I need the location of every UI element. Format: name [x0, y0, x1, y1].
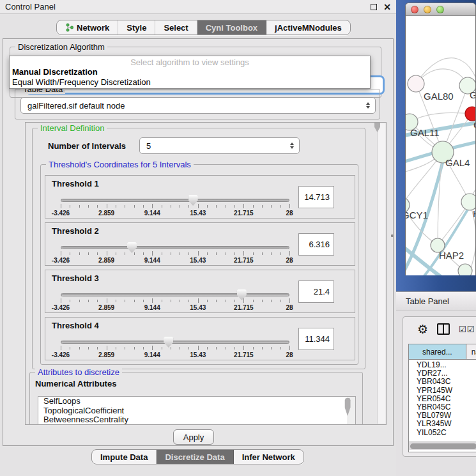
tab-jactivemnodules[interactable]: jActiveMNodules: [266, 20, 350, 35]
mac-close-icon[interactable]: [411, 6, 418, 13]
table-row[interactable]: YBR043CYBR0: [409, 377, 476, 385]
threshold-slider[interactable]: -3.4262.8599.14415.4321.71528: [61, 197, 289, 213]
threshold-3-box: Threshold 3-3.4262.8599.14415.4321.71528…: [45, 270, 355, 313]
table-horizontal-scrollbar[interactable]: [409, 441, 476, 450]
tab-impute-data[interactable]: Impute Data: [92, 450, 157, 464]
tick-label: 2.859: [98, 304, 114, 311]
cell-name: YER0: [470, 394, 476, 403]
table-row[interactable]: YDR27...YDR2: [409, 369, 476, 377]
cell-shared-name: YBL079W: [409, 411, 470, 419]
algorithm-dropdown-popup: Select algorithm to view settings Manual…: [9, 56, 371, 89]
algorithm-option-equal-width[interactable]: Equal Width/Frequency Discretization: [10, 77, 370, 88]
cell-shared-name: YDL19...: [409, 360, 470, 369]
interval-definition-group-title: Interval Definition: [38, 123, 107, 133]
numerical-attributes-list: SelfLoopsTopologicalCoefficientBetweenne…: [38, 396, 356, 425]
thresholds-coordinates-group-title: Threshold's Coordinates for 5 Intervals: [46, 160, 194, 169]
float-window-icon[interactable]: [371, 4, 377, 10]
tick-label: 2.859: [98, 257, 114, 264]
attributes-group-title: Attributes to discretize: [35, 367, 122, 377]
slider-track[interactable]: [61, 293, 289, 296]
close-icon[interactable]: ✕: [383, 4, 391, 10]
attribute-list-item[interactable]: BetweennessCentrality: [38, 415, 355, 425]
network-node-label: GAL11: [410, 127, 440, 138]
network-node[interactable]: [408, 75, 424, 92]
tab-label: Impute Data: [100, 452, 148, 462]
cell-shared-name: YER054C: [409, 394, 470, 403]
network-graph-canvas[interactable]: GAL80GACGAL11GAL4GCY1HHAP2: [406, 16, 476, 275]
network-node[interactable]: [465, 107, 476, 121]
table-row[interactable]: YPR145WYPR1: [409, 386, 476, 394]
tick-label: 2.859: [98, 210, 114, 217]
column-header-name[interactable]: na: [466, 344, 476, 359]
network-node[interactable]: [458, 264, 472, 275]
tab-discretize-data[interactable]: Discretize Data: [157, 450, 233, 464]
tick-label: 28: [286, 210, 293, 217]
slider-ticks: [61, 204, 289, 209]
split-columns-icon[interactable]: [437, 323, 450, 335]
algorithm-option-manual[interactable]: Manual Discretization: [10, 67, 370, 77]
table-row[interactable]: YIL052CYIL0: [409, 428, 476, 436]
column-header-shared-name[interactable]: shared...: [409, 344, 466, 359]
tick-label: 2.859: [98, 351, 114, 358]
threshold-value-field[interactable]: 14.713: [298, 186, 334, 208]
attribute-list-item[interactable]: TopologicalCoefficient: [38, 406, 355, 416]
checkbox-icons[interactable]: ☑☑: [459, 325, 475, 334]
table-panel: ⚙ ☑☑ shared... na YDL19...YDL1YDR27...YD…: [396, 312, 476, 476]
tab-style[interactable]: Style: [118, 20, 155, 35]
network-icon: [65, 23, 73, 32]
slider-track[interactable]: [61, 246, 289, 249]
cell-shared-name: YLR345W: [409, 419, 470, 427]
network-window-titlebar[interactable]: [406, 3, 475, 16]
settings-vertical-scrollbar[interactable]: [377, 123, 385, 424]
cell-name: YIL0: [470, 428, 476, 436]
tab-label: Infer Network: [242, 452, 295, 462]
table-row[interactable]: YBR045CYBR0: [409, 403, 476, 411]
tick-label: 9.144: [144, 257, 160, 264]
cell-shared-name: YPR145W: [409, 386, 470, 394]
splitpane-handle[interactable]: [391, 234, 394, 237]
threshold-value-field[interactable]: 6.316: [298, 233, 334, 256]
mac-minimize-icon[interactable]: [424, 6, 431, 13]
gear-icon[interactable]: ⚙: [417, 323, 428, 335]
threshold-value-field[interactable]: 11.344: [298, 328, 334, 350]
tick-label: 9.144: [144, 351, 160, 358]
tick-label: 15.43: [190, 257, 206, 264]
tab-label: Style: [127, 23, 146, 33]
threshold-slider[interactable]: -3.4262.8599.14415.4321.71528: [61, 244, 289, 261]
tab-network[interactable]: Network: [57, 20, 118, 35]
slider-track[interactable]: [61, 199, 289, 202]
table-row[interactable]: YBL079WYBL0: [409, 411, 476, 419]
table-row[interactable]: YDL19...YDL1: [409, 360, 476, 369]
number-of-intervals-combobox[interactable]: 5: [139, 137, 300, 154]
attribute-list-item[interactable]: SelfLoops: [38, 397, 355, 406]
attributes-to-discretize-group: Attributes to discretize Numerical Attri…: [29, 372, 363, 425]
network-node-label: H: [473, 208, 476, 219]
network-view-window: GAL80GACGAL11GAL4GCY1HHAP2: [405, 3, 476, 275]
table-row[interactable]: YER054CYER0: [409, 394, 476, 403]
tab-infer-network[interactable]: Infer Network: [234, 450, 303, 464]
tick-label: 15.43: [190, 351, 206, 358]
attributes-list-scrollbar[interactable]: [348, 397, 355, 425]
tab-select[interactable]: Select: [155, 20, 197, 35]
discretization-algorithm-group-title: Discretization Algorithm: [15, 42, 107, 52]
network-node-label: GA: [470, 89, 476, 100]
threshold-label: Threshold 4: [52, 321, 99, 330]
tab-label: Discretize Data: [165, 452, 224, 462]
threshold-slider[interactable]: -3.4262.8599.14415.4321.71528: [61, 291, 289, 308]
mac-zoom-icon[interactable]: [436, 6, 444, 13]
threshold-slider[interactable]: -3.4262.8599.14415.4321.71528: [61, 339, 289, 355]
network-node-label: HAP2: [439, 250, 464, 261]
slider-track[interactable]: [61, 341, 289, 344]
apply-button[interactable]: Apply: [173, 429, 214, 445]
threshold-label: Threshold 2: [52, 226, 99, 236]
slider-ticks: [61, 346, 289, 351]
cell-name: YBL0: [470, 411, 476, 419]
tab-cyni-toolbox[interactable]: Cyni Toolbox: [197, 20, 266, 35]
threshold-value-field[interactable]: 21.4: [298, 280, 334, 303]
tab-label: Select: [164, 23, 188, 33]
table-data-combobox[interactable]: galFiltered.sif default node: [20, 97, 376, 114]
tick-label: 21.715: [234, 210, 254, 217]
threshold-label: Threshold 1: [52, 179, 99, 188]
table-row[interactable]: YLR345WYLR3: [409, 419, 476, 427]
tick-label: 15.43: [190, 304, 206, 311]
